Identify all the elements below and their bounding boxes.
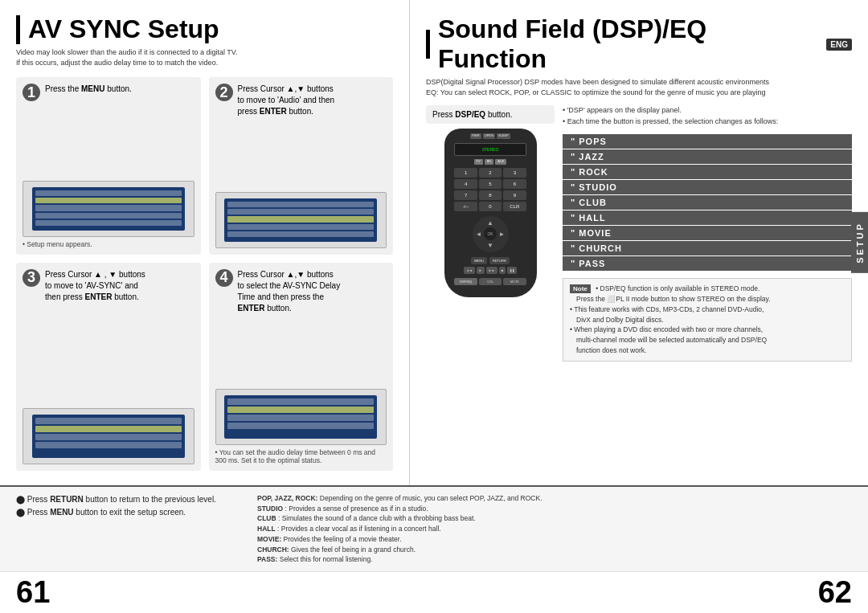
menu-note: ⬤ Press MENU button to exit the setup sc… <box>16 506 225 519</box>
remote-step-1: Press DSP/EQ button. <box>426 105 555 124</box>
note-line-6: multi-channel mode will be selected auto… <box>570 336 767 344</box>
desc-6: CHURCH: Gives the feel of being in a gra… <box>257 545 852 555</box>
desc-7: PASS: Select this for normal listening. <box>257 554 852 565</box>
note-line-3: • This feature works with CDs, MP3-CDs, … <box>570 305 764 313</box>
screen-row <box>227 415 374 421</box>
screen-row <box>227 423 374 429</box>
remote-display-text: STEREO <box>482 147 499 152</box>
step-4-header: 4 Press Cursor ▲,▼ buttonsto select the … <box>215 269 387 314</box>
note-line-4: DivX and Dolby Digital discs. <box>570 316 664 324</box>
screen-inner-2 <box>224 198 377 242</box>
step-4-text: Press Cursor ▲,▼ buttonsto select the AV… <box>238 269 341 314</box>
dsp-item-club: " CLUB <box>563 195 852 210</box>
right-title-text: Sound Field (DSP)/EQ Function <box>438 14 818 74</box>
step-3-number: 3 <box>23 269 40 287</box>
screen-row <box>35 190 182 196</box>
remote-btn-open: OPEN <box>483 133 495 139</box>
eng-badge: ENG <box>826 39 852 51</box>
remote-numpad: 1 2 3 4 5 6 7 8 9 -/-- 0 CLR <box>454 168 526 211</box>
screen-row <box>35 205 182 210</box>
dsp-item-studio: " STUDIO <box>563 180 852 194</box>
remote-btn-3: 3 <box>503 168 526 178</box>
right-title-row: Sound Field (DSP)/EQ Function ENG <box>426 14 852 74</box>
dsp-list-container: • 'DSP' appears on the display panel. • … <box>563 105 852 471</box>
enter-label: OK <box>487 231 493 236</box>
dsp-item-hall: " HALL <box>563 210 852 225</box>
remote-nav-enter: OK <box>484 227 497 240</box>
dsp-item-jazz: " JAZZ <box>563 149 852 164</box>
step-1-header: 1 Press the MENU button. <box>23 84 194 101</box>
screen-row <box>227 231 374 237</box>
step-2-header: 2 Press Cursor ▲,▼ buttonsto move to 'Au… <box>215 84 387 117</box>
step-1-number: 1 <box>23 84 40 101</box>
note-line-1: • DSP/EQ function is only available in S… <box>596 284 760 292</box>
remote-btn-sleep: SLEEP <box>497 133 510 139</box>
step-1-note: • Setup menu appears. <box>23 240 194 248</box>
left-title-text: AV SYNC Setup <box>28 14 219 44</box>
nav-left-icon: ◄ <box>476 231 482 238</box>
remote-btn-aux: AUX <box>495 159 506 165</box>
note-line-2: Press the ⬜PL II mode button to show STE… <box>570 295 771 303</box>
main-content: AV SYNC Setup Video may look slower than… <box>0 0 868 485</box>
return-note: ⬤ Press RETURN button to return to the p… <box>16 493 225 506</box>
note-box: Note • DSP/EQ function is only available… <box>563 278 852 362</box>
remote-btn-5: 5 <box>479 179 502 189</box>
setup-tab: SETUP <box>851 212 868 273</box>
screen-row <box>227 224 374 230</box>
left-section: AV SYNC Setup Video may look slower than… <box>0 0 410 485</box>
note-line-7: function does not work. <box>570 346 646 354</box>
remote-btn-bd: BD <box>485 159 494 165</box>
dsp-item-pops: " POPS <box>563 134 852 149</box>
desc-1: POP, JAZZ, ROCK: Depending on the genre … <box>257 493 852 504</box>
remote-top-buttons: PWR OPEN SLEEP <box>451 133 530 139</box>
left-subtitle: Video may look slower than the audio if … <box>16 47 393 67</box>
nav-down-icon: ▼ <box>487 242 493 249</box>
screen-row <box>35 220 182 226</box>
page-num-left: 61 <box>16 575 50 610</box>
screen-row <box>35 213 182 219</box>
remote-btn-9: 9 <box>503 190 526 200</box>
note-label: Note <box>570 284 591 293</box>
step-1-box: 1 Press the MENU button. <box>16 77 201 255</box>
left-title: AV SYNC Setup <box>16 14 393 44</box>
desc-2: STUDIO : Provides a sense of presence as… <box>257 504 852 514</box>
step-3-box: 3 Press Cursor ▲ , ▼ buttonsto move to '… <box>16 263 201 471</box>
step-3-screen <box>23 408 194 464</box>
screen-inner-1 <box>32 187 185 231</box>
remote-btn-stop: ■ <box>499 267 506 274</box>
dsp-note-2: • Each time the button is pressed, the s… <box>563 116 852 128</box>
remote-btn-menu: MENU <box>471 257 487 264</box>
dsp-item-rock: " ROCK <box>563 165 852 179</box>
desc-5: MOVIE: Provides the feeling of a movie t… <box>257 534 852 545</box>
dsp-item-pass: " PASS <box>563 256 852 271</box>
screen-row-selected <box>35 426 182 432</box>
remote-btn-6: 6 <box>503 179 526 189</box>
nav-right-icon: ► <box>499 231 506 238</box>
step-4-number: 4 <box>215 269 233 287</box>
remote-bottom-btns: DSP/EQ VOL MUTE <box>454 278 526 285</box>
remote-mid-row: MENU RETURN <box>454 257 526 264</box>
remote-btn-return: RETURN <box>489 257 510 264</box>
screen-row-selected <box>227 407 374 413</box>
bottom-left-notes: ⬤ Press RETURN button to return to the p… <box>16 493 225 519</box>
screen-row <box>35 442 182 448</box>
screen-row <box>35 434 182 440</box>
page-container: AV SYNC Setup Video may look slower than… <box>0 0 868 613</box>
step-2-text: Press Cursor ▲,▼ buttonsto move to 'Audi… <box>238 84 335 117</box>
remote-btn-power: PWR <box>470 133 481 139</box>
dsp-note-1: • 'DSP' appears on the display panel. <box>563 105 852 116</box>
step-4-box: 4 Press Cursor ▲,▼ buttonsto select the … <box>209 263 394 471</box>
step-4-screen <box>215 389 387 445</box>
remote-btn-tv: TV <box>474 159 483 165</box>
remote-body: PWR OPEN SLEEP STEREO TV BD AUX <box>444 129 537 297</box>
right-section: Sound Field (DSP)/EQ Function ENG DSP(Di… <box>410 0 868 485</box>
right-title: Sound Field (DSP)/EQ Function <box>426 14 818 74</box>
remote-btn-ff: ►► <box>486 267 497 274</box>
screen-row <box>35 418 182 424</box>
remote-btn-tuning-minus: ◄◄ <box>464 267 475 274</box>
page-num-right: 62 <box>818 575 852 610</box>
dsp-item-church: " CHURCH <box>563 241 852 255</box>
step-2-screen <box>215 192 387 248</box>
remote-btn-info: -/-- <box>454 202 477 211</box>
setup-tab-text: SETUP <box>855 222 865 264</box>
